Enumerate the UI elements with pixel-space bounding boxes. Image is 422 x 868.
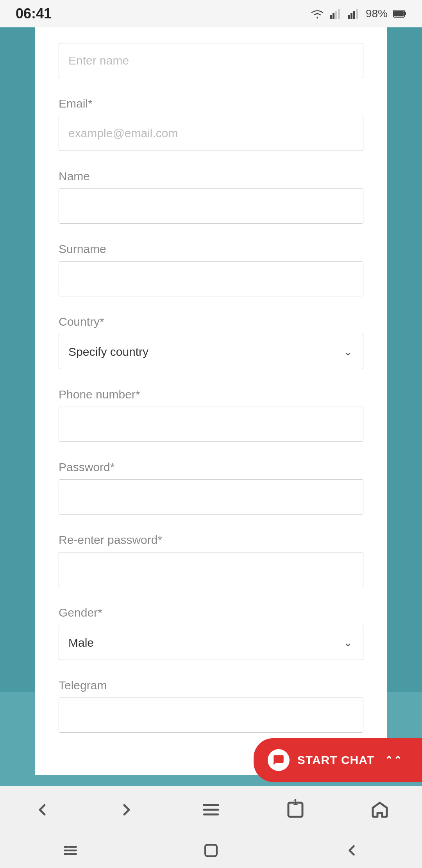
bg-left-decoration (0, 27, 39, 692)
form-group-password: Password* (59, 461, 363, 515)
form-group-country: Country* Specify country ⌄ (59, 315, 363, 369)
telegram-label: Telegram (59, 679, 363, 692)
nav-bar: 1 (0, 786, 422, 833)
chat-icon (272, 753, 285, 767)
wifi-icon (310, 8, 324, 20)
form-group-enter-name (59, 43, 363, 78)
form-group-name: Name (59, 170, 363, 224)
country-select[interactable]: Specify country (59, 334, 363, 369)
system-back-icon (343, 842, 360, 859)
circle-icon (202, 842, 220, 859)
svg-rect-4 (348, 15, 350, 19)
surname-input[interactable] (59, 261, 363, 296)
form-group-repassword: Re-enter password* (59, 533, 363, 587)
repassword-input[interactable] (59, 552, 363, 587)
system-back-button[interactable] (343, 842, 360, 859)
svg-rect-6 (353, 11, 355, 19)
form-group-email: Email* (59, 97, 363, 151)
form-container: Email* Name Surname Country* Specify cou… (35, 27, 387, 775)
name-label: Name (59, 170, 363, 183)
form-group-gender: Gender* Male Female Other ⌄ (59, 606, 363, 660)
nav-tabs-button[interactable]: 1 (280, 794, 311, 825)
svg-rect-0 (330, 15, 332, 19)
svg-rect-21 (205, 845, 216, 856)
svg-rect-3 (338, 9, 340, 19)
password-label: Password* (59, 461, 363, 474)
start-chat-button[interactable]: START CHAT ⌃⌃ (254, 738, 422, 782)
menu-icon (202, 800, 220, 819)
bg-right-decoration (383, 27, 422, 692)
signal-icon (330, 8, 342, 19)
recent-apps-button[interactable] (62, 842, 79, 859)
country-select-wrapper: Specify country ⌄ (59, 334, 363, 369)
nav-menu-button[interactable] (195, 794, 227, 825)
enter-name-input[interactable] (59, 43, 363, 78)
form-group-phone: Phone number* (59, 388, 363, 442)
start-chat-label: START CHAT (297, 753, 374, 767)
system-home-button[interactable] (202, 842, 220, 859)
nav-forward-button[interactable] (111, 794, 142, 825)
chevrons-up-icon: ⌃⌃ (384, 754, 402, 766)
telegram-input[interactable] (59, 698, 363, 733)
gender-label: Gender* (59, 606, 363, 619)
svg-rect-9 (404, 12, 406, 15)
phone-label: Phone number* (59, 388, 363, 401)
password-input[interactable] (59, 479, 363, 515)
name-input[interactable] (59, 188, 363, 224)
svg-rect-5 (350, 13, 352, 19)
svg-rect-2 (335, 11, 337, 19)
status-icons: 98% (310, 7, 406, 20)
battery-icon (393, 9, 406, 18)
signal-icon-2 (348, 8, 360, 19)
status-bar: 06:41 98% (0, 0, 422, 27)
back-arrow-icon (33, 800, 52, 819)
repassword-label: Re-enter password* (59, 533, 363, 547)
chat-bubble-icon (268, 749, 290, 771)
country-label: Country* (59, 315, 363, 328)
phone-input[interactable] (59, 407, 363, 442)
system-bar (0, 833, 422, 868)
home-icon (370, 800, 389, 819)
svg-rect-1 (333, 13, 334, 19)
gender-select-wrapper: Male Female Other ⌄ (59, 625, 363, 660)
nav-home-button[interactable] (364, 794, 395, 825)
form-group-telegram: Telegram (59, 679, 363, 733)
form-group-surname: Surname (59, 242, 363, 296)
email-input[interactable] (59, 116, 363, 151)
status-time: 06:41 (16, 5, 52, 22)
forward-arrow-icon (117, 800, 136, 819)
nav-back-button[interactable] (27, 794, 58, 825)
email-label: Email* (59, 97, 363, 110)
svg-rect-10 (394, 11, 404, 16)
tabs-count: 1 (293, 797, 298, 807)
svg-rect-7 (356, 9, 358, 19)
recent-icon (62, 842, 79, 859)
gender-select[interactable]: Male Female Other (59, 625, 363, 660)
surname-label: Surname (59, 242, 363, 256)
battery-percentage: 98% (366, 7, 388, 20)
